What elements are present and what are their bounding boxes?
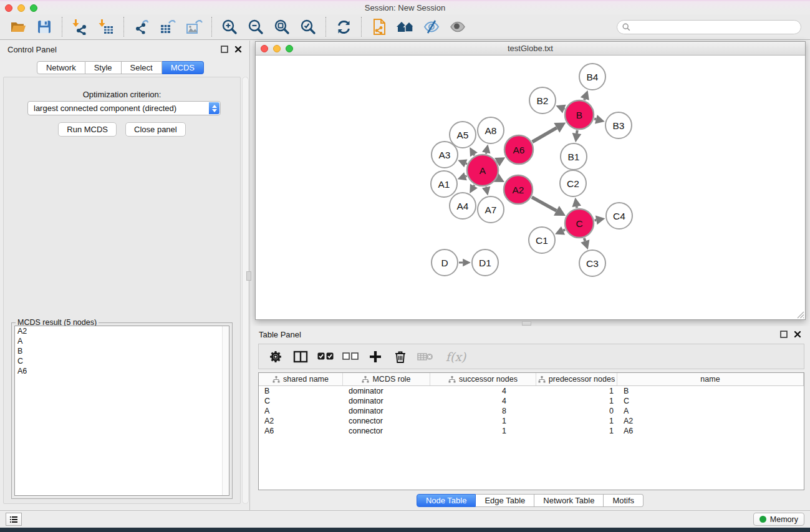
close-panel-icon[interactable] xyxy=(234,46,242,53)
graph-edge-A-A3[interactable] xyxy=(466,163,467,164)
table-row[interactable]: A6connector11A6 xyxy=(259,426,804,436)
import-network-icon[interactable] xyxy=(68,16,92,37)
workspace: testGlobe.txt B4B2BB3A5A8A6A3B1AA1C2A2A4… xyxy=(250,41,810,510)
graph-node-label: D xyxy=(441,258,448,268)
minimize-window-button[interactable] xyxy=(17,4,25,12)
network-canvas[interactable]: B4B2BB3A5A8A6A3B1AA1C2A2A4A7C4CC1DD1C3 xyxy=(256,56,804,319)
mcds-result-item[interactable]: A2 xyxy=(15,326,229,336)
mcds-result-list: A2ABCA6 xyxy=(14,326,229,496)
eye-slash-icon[interactable] xyxy=(420,16,443,37)
network-document-icon[interactable] xyxy=(367,16,391,37)
close-table-panel-icon[interactable] xyxy=(794,331,801,338)
table-row[interactable]: Adominator80A xyxy=(259,406,804,416)
network-close-button[interactable] xyxy=(261,45,268,52)
column-header-successor-nodes[interactable]: successor nodes xyxy=(430,373,536,385)
delete-column-icon[interactable] xyxy=(392,348,408,365)
application-window: Session: New Session xyxy=(0,0,810,532)
houses-icon[interactable] xyxy=(393,16,417,37)
delete-table-icon[interactable] xyxy=(417,348,433,365)
table-row[interactable]: Cdominator41C xyxy=(259,396,804,406)
vertical-divider-grip[interactable] xyxy=(246,271,251,281)
close-panel-button[interactable]: Close panel xyxy=(125,122,186,137)
graph-edge-B-B4[interactable] xyxy=(584,99,585,100)
open-folder-icon[interactable] xyxy=(6,16,30,37)
float-table-panel-icon[interactable] xyxy=(780,331,788,338)
graph-edge-B-B3[interactable] xyxy=(594,119,596,120)
zoom-in-icon[interactable] xyxy=(218,16,241,37)
tab-motifs[interactable]: Motifs xyxy=(604,494,644,507)
search-icon xyxy=(622,23,630,31)
table-cell: 1 xyxy=(430,427,536,435)
criterion-select[interactable]: largest connected component (directed) xyxy=(27,101,221,115)
desktop-background xyxy=(0,528,810,532)
list-scrollbar[interactable] xyxy=(222,326,229,495)
columns-icon[interactable] xyxy=(292,348,309,365)
network-window-titlebar[interactable]: testGlobe.txt xyxy=(256,42,805,56)
tab-mcds[interactable]: MCDS xyxy=(162,61,204,74)
memory-button[interactable]: Memory xyxy=(753,513,804,526)
column-header-shared-name[interactable]: shared name xyxy=(259,373,343,385)
mcds-result-item[interactable]: A6 xyxy=(15,366,229,376)
mcds-result-item[interactable]: B xyxy=(15,346,229,356)
table-row[interactable]: A2connector11A2 xyxy=(259,416,804,426)
column-header-predecessor-nodes[interactable]: predecessor nodes xyxy=(536,373,617,385)
edge-arrowhead-icon xyxy=(463,259,471,267)
zoom-fit-icon[interactable] xyxy=(270,16,294,37)
column-header-name[interactable]: name xyxy=(617,373,804,385)
close-window-button[interactable] xyxy=(5,4,12,12)
control-panel-scrollbar[interactable] xyxy=(242,77,249,504)
float-panel-icon[interactable] xyxy=(221,46,228,53)
select-all-checkboxes-icon[interactable] xyxy=(317,348,334,365)
graph-node-label: C1 xyxy=(536,235,548,246)
task-history-button[interactable] xyxy=(6,513,22,526)
graph-edge-A6-B[interactable] xyxy=(533,128,557,142)
tab-node-table[interactable]: Node Table xyxy=(417,494,476,507)
gear-icon[interactable] xyxy=(268,348,284,365)
control-panel-title: Control Panel xyxy=(7,45,57,54)
column-header-MCDS-role[interactable]: MCDS role xyxy=(343,373,430,385)
eye-icon[interactable] xyxy=(446,16,470,37)
save-icon[interactable] xyxy=(32,16,56,37)
graph-edge-A-A5[interactable] xyxy=(474,155,475,156)
search-field[interactable] xyxy=(617,20,801,34)
table-cell: dominator xyxy=(343,397,430,405)
zoom-out-icon[interactable] xyxy=(244,16,268,37)
table-row[interactable]: Bdominator41B xyxy=(259,386,804,396)
export-network-icon[interactable] xyxy=(130,16,153,37)
zoom-window-button[interactable] xyxy=(30,4,37,12)
deselect-all-checkboxes-icon[interactable] xyxy=(342,348,359,365)
graph-node-label: B3 xyxy=(613,120,625,131)
mcds-result-item[interactable]: C xyxy=(15,356,229,366)
graph-edge-B-B1[interactable] xyxy=(577,130,577,133)
run-mcds-button[interactable]: Run MCDS xyxy=(58,122,117,137)
table-cell: A2 xyxy=(259,417,343,425)
memory-status-icon xyxy=(759,516,766,523)
import-table-icon[interactable] xyxy=(94,16,118,37)
tab-network[interactable]: Network xyxy=(37,61,85,74)
refresh-icon[interactable] xyxy=(332,16,355,37)
window-resize-grip[interactable] xyxy=(795,309,804,319)
graph-node-label: C3 xyxy=(586,258,599,269)
tab-edge-table[interactable]: Edge Table xyxy=(476,494,534,507)
graph-edge-C-C3[interactable] xyxy=(584,238,586,241)
network-minimize-button[interactable] xyxy=(273,45,281,52)
export-image-icon[interactable] xyxy=(182,16,206,37)
graph-edge-C-C1[interactable] xyxy=(563,230,565,230)
tab-select[interactable]: Select xyxy=(122,61,162,74)
network-zoom-button[interactable] xyxy=(286,45,293,52)
mcds-result-item[interactable]: A xyxy=(15,336,229,346)
graph-edge-C-C4[interactable] xyxy=(595,220,597,221)
zoom-selected-icon[interactable] xyxy=(296,16,320,37)
network-window-title: testGlobe.txt xyxy=(508,44,553,53)
graph-edge-A-A4[interactable] xyxy=(474,185,475,186)
function-builder-icon[interactable]: f(x) xyxy=(442,348,470,365)
graph-edge-A2-C[interactable] xyxy=(532,197,556,211)
horizontal-divider-grip[interactable] xyxy=(522,321,531,326)
add-column-icon[interactable] xyxy=(367,348,383,365)
tab-style[interactable]: Style xyxy=(85,61,122,74)
tab-network-table[interactable]: Network Table xyxy=(534,494,604,507)
export-table-icon[interactable] xyxy=(156,16,180,37)
graph-edge-A-A1[interactable] xyxy=(465,176,466,177)
table-header-row: shared nameMCDS rolesuccessor nodesprede… xyxy=(259,373,804,386)
search-input[interactable] xyxy=(634,22,796,31)
